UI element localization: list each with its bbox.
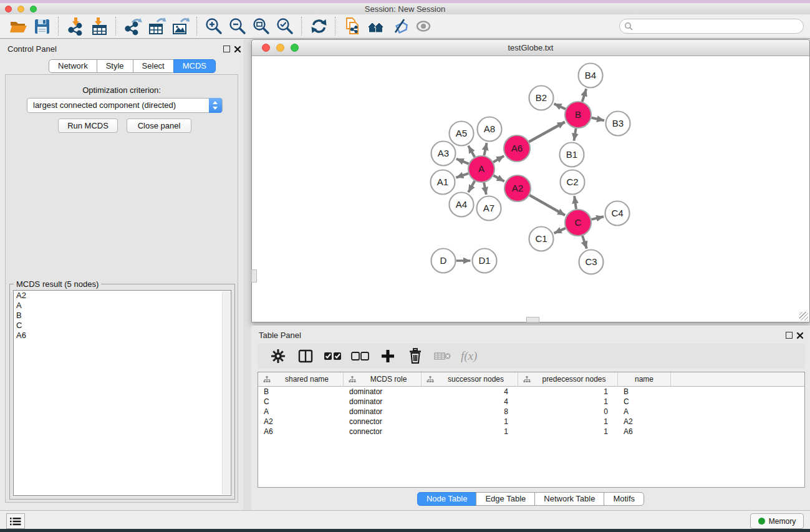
insert-column-icon[interactable] [296, 347, 315, 365]
graph-edge-B-B1[interactable] [574, 128, 576, 141]
mcds-result-item[interactable]: A6 [14, 331, 231, 341]
home-icon[interactable] [364, 16, 388, 37]
graph-edge-A-A4[interactable] [468, 181, 475, 192]
open-file-icon[interactable] [6, 16, 30, 37]
graph-node-C1[interactable]: C1 [529, 227, 554, 251]
import-network-icon[interactable] [64, 16, 87, 37]
close-panel-button[interactable]: Close panel [127, 118, 191, 133]
column-header-name[interactable]: name [618, 372, 671, 386]
table-settings-gear-icon[interactable] [269, 347, 287, 365]
graph-edge-C-C1[interactable] [554, 228, 566, 233]
network-window-titlebar[interactable]: testGlobe.txt [252, 40, 809, 56]
graph-node-D1[interactable]: D1 [473, 249, 497, 273]
graph-edge-B-B2[interactable] [554, 104, 566, 109]
graph-edge-C-C3[interactable] [582, 236, 587, 249]
graph-node-B2[interactable]: B2 [529, 86, 554, 110]
hide-graphics-details-icon[interactable] [388, 16, 412, 37]
graph-node-A7[interactable]: A7 [477, 196, 501, 221]
graph-edge-A-A3[interactable] [456, 159, 469, 164]
mcds-result-item[interactable]: A2 [14, 291, 231, 301]
eye-icon[interactable] [412, 16, 435, 37]
column-header-predecessor-nodes[interactable]: predecessor nodes [518, 372, 618, 386]
graph-node-A3[interactable]: A3 [432, 142, 456, 166]
graph-node-D[interactable]: D [432, 249, 456, 273]
zoom-selected-icon[interactable] [273, 16, 297, 37]
float-panel-icon[interactable] [786, 332, 793, 339]
select-all-icon[interactable] [324, 347, 342, 365]
deselect-all-icon[interactable] [351, 347, 370, 365]
graph-edge-A6-B[interactable] [529, 122, 565, 142]
mcds-result-item[interactable]: C [14, 321, 231, 331]
graph-edge-C-C2[interactable] [574, 196, 576, 209]
close-panel-icon[interactable] [234, 44, 241, 52]
graph-edge-A-A7[interactable] [484, 183, 486, 195]
graph-node-B[interactable]: B [565, 102, 591, 128]
graph-edge-B-B3[interactable] [591, 118, 604, 120]
import-table-icon[interactable] [87, 16, 111, 37]
table-row[interactable]: A2connector11A2 [258, 417, 804, 427]
graph-edge-C-C4[interactable] [591, 216, 604, 220]
export-image-icon[interactable] [168, 16, 192, 37]
close-panel-icon[interactable] [796, 331, 804, 338]
tab-edge-table[interactable]: Edge Table [476, 492, 535, 506]
criterion-dropdown[interactable]: largest connected component (directed) [27, 98, 223, 113]
mcds-result-list[interactable]: A2ABCA6 [13, 290, 231, 496]
zoom-out-icon[interactable] [226, 16, 249, 37]
table-row[interactable]: A6connector11A6 [258, 427, 804, 437]
graph-edge-A2-C[interactable] [529, 195, 565, 215]
graph-node-A4[interactable]: A4 [450, 193, 474, 217]
tab-node-table[interactable]: Node Table [417, 492, 477, 506]
tab-select[interactable]: Select [133, 59, 174, 73]
graph-edge-A-A5[interactable] [468, 146, 475, 157]
graph-node-B4[interactable]: B4 [579, 64, 603, 88]
graph-node-C[interactable]: C [565, 210, 591, 236]
graph-node-B1[interactable]: B1 [560, 143, 584, 167]
float-panel-icon[interactable] [223, 46, 230, 52]
graph-node-C2[interactable]: C2 [561, 170, 585, 195]
list-scrollbar-track[interactable] [222, 291, 230, 495]
export-network-icon[interactable] [121, 16, 145, 37]
tab-motifs[interactable]: Motifs [604, 492, 644, 506]
mcds-result-item[interactable]: B [14, 311, 231, 321]
window-bottom-grip[interactable] [526, 317, 539, 322]
window-left-grip[interactable] [251, 269, 257, 283]
graph-node-A1[interactable]: A1 [431, 170, 455, 195]
graph-node-A5[interactable]: A5 [450, 122, 474, 146]
run-mcds-button[interactable]: Run MCDS [58, 118, 118, 133]
graph-node-B3[interactable]: B3 [606, 112, 630, 136]
tab-network-table[interactable]: Network Table [534, 492, 604, 506]
graph-edge-A-A2[interactable] [493, 175, 504, 181]
tab-network[interactable]: Network [49, 59, 97, 73]
task-history-button[interactable] [6, 513, 25, 529]
graph-node-A6[interactable]: A6 [504, 135, 530, 162]
search-input[interactable] [619, 19, 804, 34]
column-header-shared-name[interactable]: shared name [258, 372, 344, 386]
zoom-in-icon[interactable] [202, 16, 226, 37]
zoom-fit-icon[interactable] [249, 16, 273, 37]
graph-edge-B-B4[interactable] [582, 89, 587, 102]
graph-edge-A-A1[interactable] [456, 173, 468, 178]
table-row[interactable]: Cdominator41C [258, 397, 804, 407]
mcds-result-item[interactable]: A [14, 301, 231, 311]
table-row[interactable]: Bdominator41B [258, 387, 804, 397]
graph-node-C3[interactable]: C3 [579, 250, 604, 274]
column-header-MCDS-role[interactable]: MCDS role [344, 372, 422, 386]
window-resize-grip[interactable] [799, 312, 808, 321]
graph-edge-A-A6[interactable] [493, 156, 504, 162]
graph-node-A[interactable]: A [468, 156, 494, 182]
graph-node-A2[interactable]: A2 [504, 175, 531, 201]
graph-node-A8[interactable]: A8 [478, 117, 502, 142]
graph-edge-A-A8[interactable] [484, 143, 486, 155]
add-row-icon[interactable] [378, 347, 397, 365]
save-session-icon[interactable] [30, 16, 54, 37]
memory-button[interactable]: Memory [750, 513, 804, 529]
delete-row-trash-icon[interactable] [406, 347, 425, 365]
tab-mcds[interactable]: MCDS [173, 59, 216, 73]
refresh-icon[interactable] [307, 16, 330, 37]
column-header-successor-nodes[interactable]: successor nodes [422, 372, 518, 386]
export-table-icon[interactable] [145, 16, 168, 37]
duplicate-network-icon[interactable] [340, 16, 364, 37]
table-row[interactable]: Adominator80A [258, 407, 804, 417]
tab-style[interactable]: Style [97, 59, 133, 73]
graph-node-C4[interactable]: C4 [605, 201, 630, 226]
